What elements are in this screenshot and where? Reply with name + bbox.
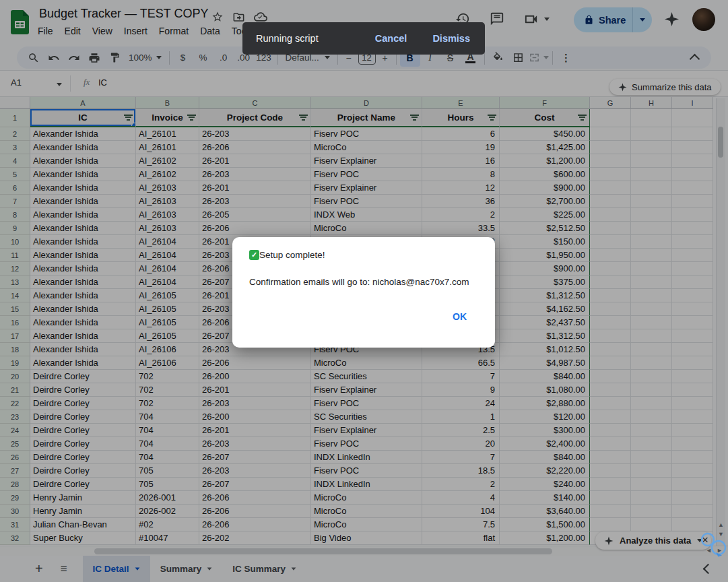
dialog-ok-button[interactable]: OK bbox=[453, 311, 467, 322]
dialog-body: Confirmation emails will go to: nicholas… bbox=[249, 277, 469, 287]
setup-complete-dialog: ✓Setup complete! Confirmation emails wil… bbox=[232, 237, 495, 348]
cancel-script-button[interactable]: Cancel bbox=[375, 33, 407, 44]
dialog-title: Setup complete! bbox=[259, 250, 325, 260]
toast-message: Running script bbox=[256, 33, 319, 44]
check-emoji-icon: ✓ bbox=[249, 250, 259, 260]
cursor-overlay-icon bbox=[698, 527, 728, 562]
google-sheets-app: Budget Tracker — TEST COPY FileEditViewI… bbox=[0, 0, 728, 582]
running-script-toast: Running script Cancel Dismiss bbox=[242, 22, 485, 55]
dismiss-toast-button[interactable]: Dismiss bbox=[432, 33, 470, 44]
